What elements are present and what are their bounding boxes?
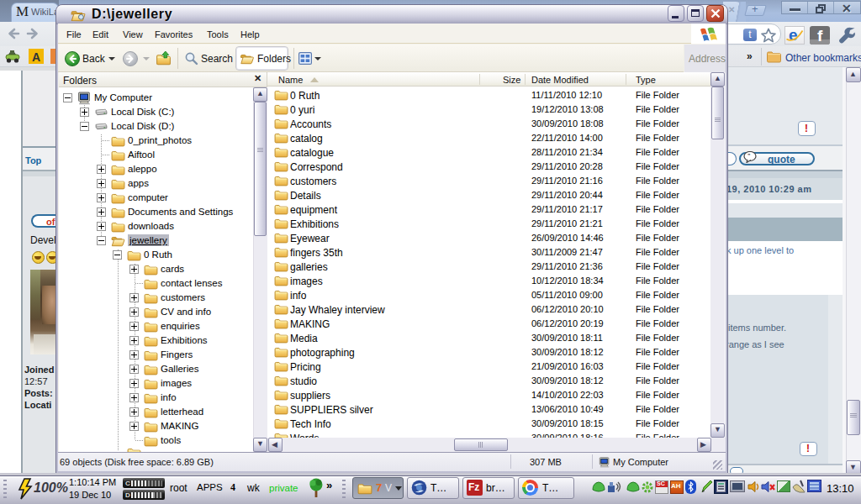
svg-text:”: ” [747,153,751,159]
